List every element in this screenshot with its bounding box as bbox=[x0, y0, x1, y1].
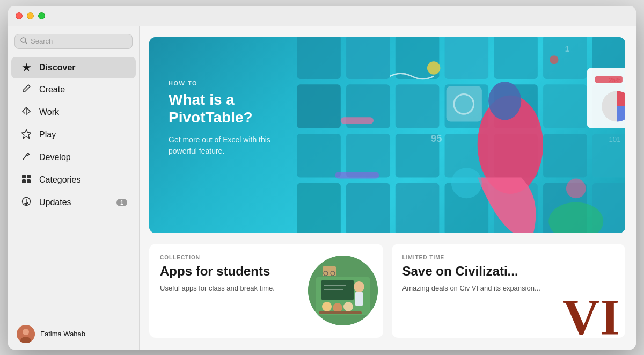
hero-text: HOW TO What is a PivotTable? Get more ou… bbox=[169, 80, 308, 157]
main-panel: 25% 16% bbox=[140, 26, 636, 350]
create-icon bbox=[20, 84, 33, 96]
svg-rect-32 bbox=[346, 183, 390, 233]
svg-rect-13 bbox=[445, 37, 489, 79]
card-civilization[interactable]: LIMITED TIME Save on Civilizati... Amazi… bbox=[392, 244, 626, 338]
svg-text:25%: 25% bbox=[609, 77, 620, 83]
work-icon bbox=[20, 106, 33, 119]
traffic-lights bbox=[16, 12, 45, 19]
search-bar[interactable]: Search bbox=[14, 34, 133, 49]
discover-icon: ★ bbox=[20, 62, 33, 74]
sidebar-item-label: Work bbox=[39, 107, 59, 117]
svg-point-69 bbox=[333, 303, 342, 313]
maximize-button[interactable] bbox=[38, 12, 45, 19]
app-window: Search ★ Discover Create bbox=[8, 6, 636, 350]
titlebar bbox=[8, 6, 636, 26]
sidebar-item-label: Updates bbox=[39, 198, 71, 207]
sidebar-item-discover[interactable]: ★ Discover bbox=[11, 57, 136, 78]
card-apps-for-students[interactable]: COLLECTION Apps for students Useful apps… bbox=[149, 244, 383, 338]
svg-rect-14 bbox=[494, 37, 538, 79]
updates-icon bbox=[20, 197, 33, 209]
card-illustration bbox=[308, 256, 378, 325]
search-placeholder: Search bbox=[31, 37, 127, 45]
sidebar-item-play[interactable]: Play bbox=[11, 124, 136, 146]
sidebar-item-label: Develop bbox=[39, 153, 71, 162]
cards-row: COLLECTION Apps for students Useful apps… bbox=[149, 244, 625, 338]
updates-badge: 1 bbox=[116, 199, 127, 206]
svg-text:101: 101 bbox=[609, 135, 620, 143]
svg-rect-67 bbox=[355, 292, 363, 306]
svg-rect-11 bbox=[346, 37, 390, 79]
develop-icon bbox=[20, 151, 33, 164]
sidebar-item-label: Create bbox=[39, 85, 65, 95]
sidebar-item-label: Play bbox=[39, 130, 56, 140]
sidebar-footer: Fatima Wahab bbox=[8, 318, 139, 350]
close-button[interactable] bbox=[16, 12, 23, 19]
minimize-button[interactable] bbox=[27, 12, 34, 19]
svg-point-49 bbox=[451, 168, 482, 198]
svg-text:1: 1 bbox=[565, 45, 569, 53]
svg-rect-10 bbox=[297, 37, 341, 79]
svg-text:95: 95 bbox=[431, 133, 442, 144]
play-icon bbox=[20, 129, 33, 141]
svg-rect-51 bbox=[341, 117, 374, 124]
hero-banner[interactable]: 25% 16% bbox=[149, 37, 625, 233]
svg-rect-31 bbox=[297, 183, 341, 233]
svg-point-55 bbox=[550, 55, 558, 64]
card-title: Save on Civilizati... bbox=[402, 264, 615, 279]
svg-point-39 bbox=[488, 82, 521, 120]
svg-rect-19 bbox=[396, 84, 440, 128]
sidebar-item-updates[interactable]: Updates 1 bbox=[11, 192, 136, 214]
sidebar-item-develop[interactable]: Develop bbox=[11, 147, 136, 169]
svg-rect-33 bbox=[396, 183, 440, 233]
nav-items: ★ Discover Create bbox=[8, 54, 139, 318]
main-content: Search ★ Discover Create bbox=[8, 26, 636, 350]
svg-rect-25 bbox=[346, 133, 390, 177]
sidebar-item-work[interactable]: Work bbox=[11, 102, 136, 124]
svg-rect-15 bbox=[543, 37, 587, 79]
svg-rect-61 bbox=[447, 86, 482, 121]
svg-rect-3 bbox=[27, 175, 31, 178]
svg-rect-52 bbox=[335, 172, 379, 178]
svg-rect-29 bbox=[543, 133, 587, 177]
categories-icon bbox=[20, 174, 33, 186]
svg-point-8 bbox=[23, 329, 29, 335]
user-name: Fatima Wahab bbox=[40, 330, 85, 338]
svg-rect-22 bbox=[543, 84, 587, 128]
svg-rect-71 bbox=[319, 311, 362, 314]
svg-point-70 bbox=[343, 302, 353, 311]
svg-rect-4 bbox=[22, 179, 26, 183]
sidebar-item-label: Discover bbox=[39, 63, 76, 73]
hero-title: What is a PivotTable? bbox=[169, 91, 308, 127]
svg-point-54 bbox=[427, 61, 440, 74]
civ-vi-logo: VI bbox=[562, 292, 620, 338]
sidebar-item-categories[interactable]: Categories bbox=[11, 169, 136, 191]
svg-point-50 bbox=[566, 178, 586, 198]
card-eyebrow: LIMITED TIME bbox=[402, 255, 615, 260]
search-icon bbox=[20, 37, 27, 46]
hero-eyebrow: HOW TO bbox=[169, 80, 308, 86]
sidebar-item-create[interactable]: Create bbox=[11, 79, 136, 101]
svg-rect-65 bbox=[321, 280, 354, 300]
sidebar-item-label: Categories bbox=[39, 175, 80, 185]
hero-description: Get more out of Excel with this powerful… bbox=[169, 134, 292, 157]
svg-line-1 bbox=[25, 42, 27, 44]
svg-rect-5 bbox=[27, 179, 31, 183]
svg-point-68 bbox=[322, 302, 332, 311]
svg-rect-2 bbox=[22, 175, 26, 178]
avatar bbox=[17, 325, 35, 343]
svg-point-66 bbox=[354, 281, 364, 292]
sidebar: Search ★ Discover Create bbox=[8, 26, 140, 350]
